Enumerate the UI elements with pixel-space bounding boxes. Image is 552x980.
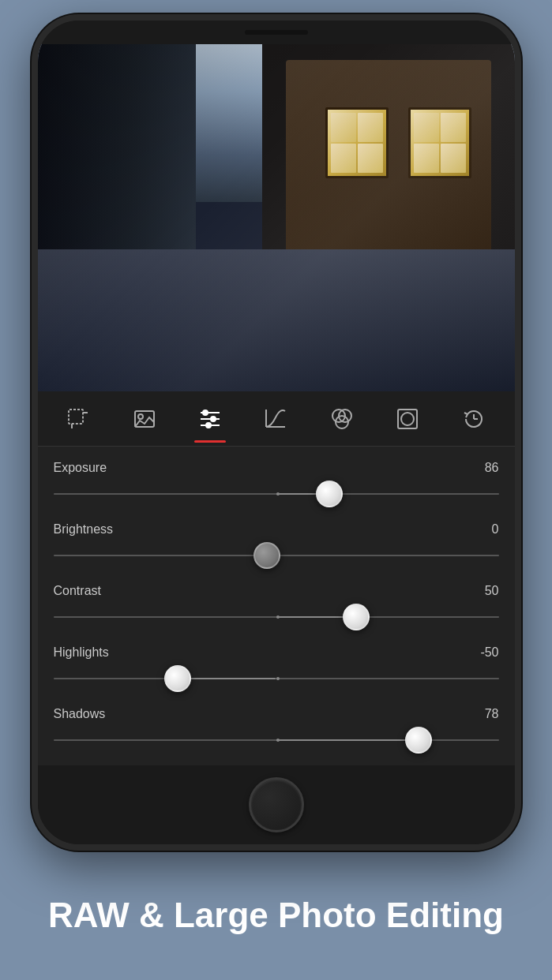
- highlights-value: -50: [480, 645, 498, 660]
- exposure-thumb[interactable]: [316, 481, 343, 507]
- highlights-thumb[interactable]: [164, 665, 191, 692]
- shadows-value: 78: [485, 707, 499, 721]
- phone-top-bezel: [38, 21, 515, 44]
- contrast-label: Contrast: [54, 584, 101, 598]
- history-tool-button[interactable]: [446, 395, 501, 443]
- contrast-slider[interactable]: [54, 601, 499, 633]
- svg-point-10: [206, 423, 211, 428]
- svg-point-8: [211, 417, 216, 421]
- svg-point-4: [138, 414, 143, 419]
- photo-tool-button[interactable]: [117, 395, 172, 443]
- shadows-label: Shadows: [54, 707, 106, 721]
- exposure-header: Exposure 86: [54, 461, 499, 475]
- adjustments-panel: Exposure 86 Brightness 0: [38, 447, 515, 765]
- svg-rect-0: [69, 410, 83, 424]
- contrast-thumb[interactable]: [343, 604, 370, 630]
- color-tool-button[interactable]: [314, 395, 370, 443]
- home-button[interactable]: [249, 777, 304, 832]
- highlights-center-dot: [276, 677, 280, 680]
- contrast-track: [54, 616, 499, 618]
- brightness-value: 0: [492, 522, 499, 537]
- contrast-header: Contrast 50: [54, 584, 499, 598]
- shadows-fill: [276, 739, 419, 741]
- shadows-slider[interactable]: [54, 724, 499, 756]
- svg-point-17: [401, 413, 414, 425]
- highlights-track: [54, 678, 499, 679]
- bottom-text-area: RAW & Large Photo Editing: [17, 851, 535, 980]
- brightness-header: Brightness 0: [54, 522, 499, 537]
- brightness-track: [54, 555, 499, 556]
- crop-tool-button[interactable]: [51, 395, 106, 443]
- highlights-label: Highlights: [54, 645, 109, 660]
- bottom-headline: RAW & Large Photo Editing: [48, 896, 504, 936]
- brightness-row: Brightness 0: [38, 516, 515, 578]
- exposure-value: 86: [485, 461, 499, 475]
- vignette-tool-button[interactable]: [380, 395, 435, 443]
- shadows-header: Shadows 78: [54, 707, 499, 721]
- shadows-track: [54, 739, 499, 741]
- photo-diagonal-overlay: [38, 44, 515, 391]
- phone-speaker: [245, 30, 308, 35]
- brightness-slider[interactable]: [54, 540, 499, 571]
- brightness-thumb[interactable]: [253, 542, 280, 569]
- exposure-label: Exposure: [54, 461, 107, 475]
- highlights-fill: [178, 678, 276, 679]
- svg-point-6: [203, 410, 208, 415]
- highlights-slider[interactable]: [54, 663, 499, 694]
- exposure-slider[interactable]: [54, 478, 499, 510]
- shadows-row: Shadows 78: [38, 701, 515, 762]
- exposure-row: Exposure 86: [38, 454, 515, 516]
- photo-preview: [38, 44, 515, 391]
- highlights-header: Highlights -50: [54, 645, 499, 660]
- contrast-row: Contrast 50: [38, 578, 515, 639]
- phone-device: Exposure 86 Brightness 0: [32, 14, 521, 851]
- phone-screen: Exposure 86 Brightness 0: [38, 44, 515, 765]
- contrast-value: 50: [485, 584, 499, 598]
- brightness-label: Brightness: [54, 522, 114, 537]
- exposure-track: [54, 493, 499, 495]
- edit-toolbar: [38, 391, 515, 447]
- adjust-tool-button[interactable]: [182, 395, 238, 443]
- shadows-thumb[interactable]: [405, 727, 432, 754]
- phone-bottom-bezel: [38, 765, 515, 844]
- curve-tool-button[interactable]: [248, 395, 303, 443]
- highlights-row: Highlights -50: [38, 639, 515, 701]
